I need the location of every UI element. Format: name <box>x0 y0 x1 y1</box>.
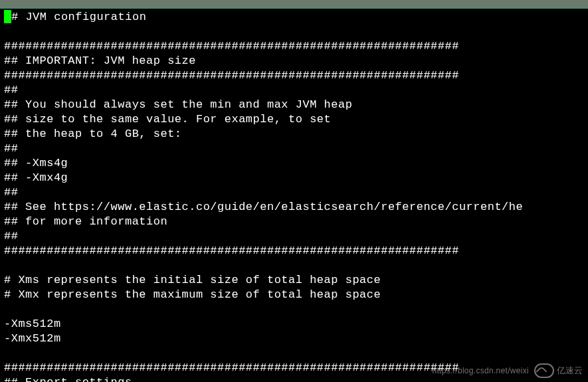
config-line-5: ## <box>4 84 18 96</box>
window-titlebar <box>0 0 588 9</box>
config-line-16: ########################################… <box>4 244 459 257</box>
config-line-0: # JVM configuration <box>11 11 146 23</box>
config-line-19: # Xmx represents the maximum size of tot… <box>4 288 381 301</box>
config-line-22: -Xmx512m <box>4 332 61 345</box>
config-line-15: ## <box>4 230 18 242</box>
config-line-8: ## the heap to 4 GB, set: <box>4 128 182 140</box>
config-line-21: -Xms512m <box>4 318 61 330</box>
config-line-14: ## for more information <box>4 215 167 228</box>
config-line-7: ## size to the same value. For example, … <box>4 113 331 126</box>
config-line-13: ## See https://www.elastic.co/guide/en/e… <box>4 201 523 213</box>
watermark-url: https://blog.csdn.net/weixi <box>432 363 529 378</box>
terminal-editor[interactable]: # JVM configuration ####################… <box>0 9 588 382</box>
cloud-icon <box>534 363 554 378</box>
watermark: https://blog.csdn.net/weixi 亿速云 <box>432 363 583 378</box>
text-cursor <box>4 10 11 23</box>
config-line-11: ## -Xmx4g <box>4 171 68 184</box>
config-line-2: ########################################… <box>4 40 459 52</box>
config-line-3: ## IMPORTANT: JVM heap size <box>4 54 196 67</box>
config-line-12: ## <box>4 186 18 199</box>
config-line-10: ## -Xms4g <box>4 157 68 169</box>
config-line-25: ## Expert settings <box>4 376 132 382</box>
config-line-4: ########################################… <box>4 69 459 82</box>
config-line-6: ## You should always set the min and max… <box>4 98 352 111</box>
watermark-brand: 亿速云 <box>557 363 583 378</box>
watermark-logo: 亿速云 <box>534 363 583 378</box>
config-line-9: ## <box>4 142 18 155</box>
config-line-18: # Xms represents the initial size of tot… <box>4 274 381 286</box>
config-line-24: ########################################… <box>4 361 459 374</box>
